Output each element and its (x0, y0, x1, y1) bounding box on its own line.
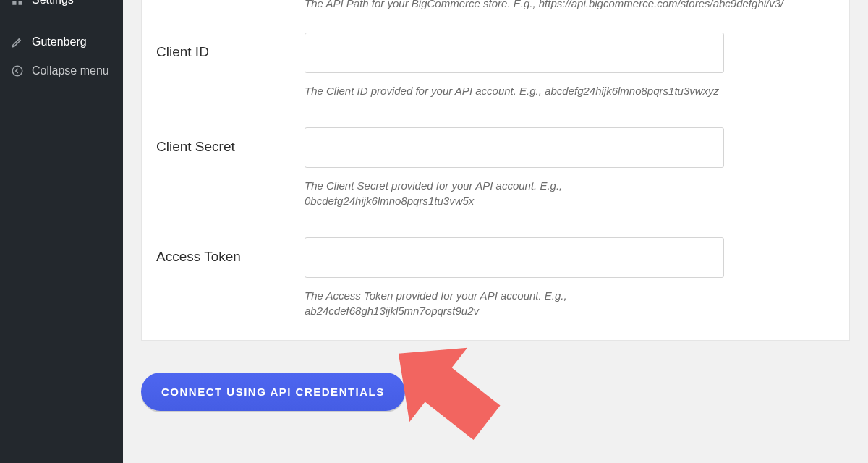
row-client-id: Client ID The Client ID provided for you… (142, 25, 849, 98)
client-secret-input[interactable] (305, 127, 724, 168)
svg-point-4 (12, 66, 22, 76)
client-secret-help: The Client Secret provided for your API … (305, 178, 724, 208)
api-credentials-panel: The API Path for your BigCommerce store.… (141, 0, 850, 341)
sidebar-item-collapse[interactable]: Collapse menu (0, 56, 123, 85)
access-token-help: The Access Token provided for your API a… (305, 288, 724, 318)
client-id-input[interactable] (305, 33, 724, 73)
access-token-input[interactable] (305, 237, 724, 278)
connect-api-button[interactable]: CONNECT USING API CREDENTIALS (141, 373, 405, 411)
sidebar-item-label: Collapse menu (32, 64, 113, 77)
svg-rect-2 (12, 1, 16, 5)
admin-sidebar: Settings Gutenberg Collapse menu (0, 0, 123, 463)
api-path-help: The API Path for your BigCommerce store.… (142, 0, 849, 11)
row-client-secret: Client Secret The Client Secret provided… (142, 120, 849, 208)
sidebar-item-gutenberg[interactable]: Gutenberg (0, 27, 123, 56)
client-id-label: Client ID (156, 33, 305, 60)
sidebar-item-label: Gutenberg (32, 35, 113, 48)
row-access-token: Access Token The Access Token provided f… (142, 230, 849, 318)
svg-rect-3 (19, 1, 22, 5)
client-id-help: The Client ID provided for your API acco… (305, 83, 724, 98)
client-secret-label: Client Secret (156, 127, 305, 155)
access-token-label: Access Token (156, 237, 305, 265)
main-content: The API Path for your BigCommerce store.… (123, 0, 868, 463)
pen-icon (10, 35, 25, 49)
sidebar-item-label: Settings (32, 0, 113, 7)
sidebar-item-settings[interactable]: Settings (0, 0, 123, 14)
collapse-icon (10, 64, 25, 78)
settings-icon (10, 0, 25, 7)
